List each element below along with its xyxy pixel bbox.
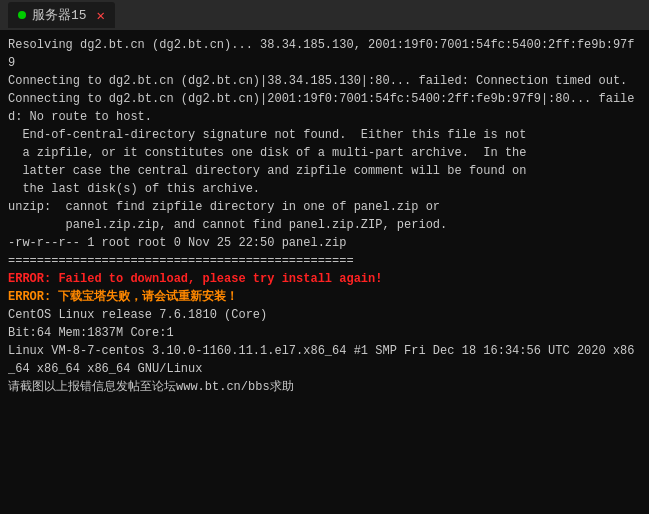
terminal-line: unzip: cannot find zipfile directory in … — [8, 198, 641, 216]
server-tab[interactable]: 服务器15 ✕ — [8, 2, 115, 28]
terminal-line: ERROR: Failed to download, please try in… — [8, 270, 641, 288]
terminal-line: a zipfile, or it constitutes one disk of… — [8, 144, 641, 162]
tab-label: 服务器15 — [32, 6, 87, 24]
terminal-line: CentOS Linux release 7.6.1810 (Core) — [8, 306, 641, 324]
close-icon[interactable]: ✕ — [97, 7, 105, 24]
terminal-output: Resolving dg2.bt.cn (dg2.bt.cn)... 38.34… — [0, 30, 649, 514]
terminal-window: 服务器15 ✕ Resolving dg2.bt.cn (dg2.bt.cn).… — [0, 0, 649, 514]
terminal-line: Connecting to dg2.bt.cn (dg2.bt.cn)|38.3… — [8, 72, 641, 90]
status-dot — [18, 11, 26, 19]
terminal-line: Connecting to dg2.bt.cn (dg2.bt.cn)|2001… — [8, 90, 641, 126]
terminal-line: Bit:64 Mem:1837M Core:1 — [8, 324, 641, 342]
terminal-line: panel.zip.zip, and cannot find panel.zip… — [8, 216, 641, 234]
terminal-line: End-of-central-directory signature not f… — [8, 126, 641, 144]
terminal-line: Resolving dg2.bt.cn (dg2.bt.cn)... 38.34… — [8, 36, 641, 72]
titlebar: 服务器15 ✕ — [0, 0, 649, 30]
terminal-line: the last disk(s) of this archive. — [8, 180, 641, 198]
terminal-line: ========================================… — [8, 252, 641, 270]
terminal-line: Linux VM-8-7-centos 3.10.0-1160.11.1.el7… — [8, 342, 641, 378]
terminal-line: 请截图以上报错信息发帖至论坛www.bt.cn/bbs求助 — [8, 378, 641, 396]
terminal-line: -rw-r--r-- 1 root root 0 Nov 25 22:50 pa… — [8, 234, 641, 252]
terminal-line: ERROR: 下载宝塔失败，请会试重新安装！ — [8, 288, 641, 306]
terminal-line: latter case the central directory and zi… — [8, 162, 641, 180]
